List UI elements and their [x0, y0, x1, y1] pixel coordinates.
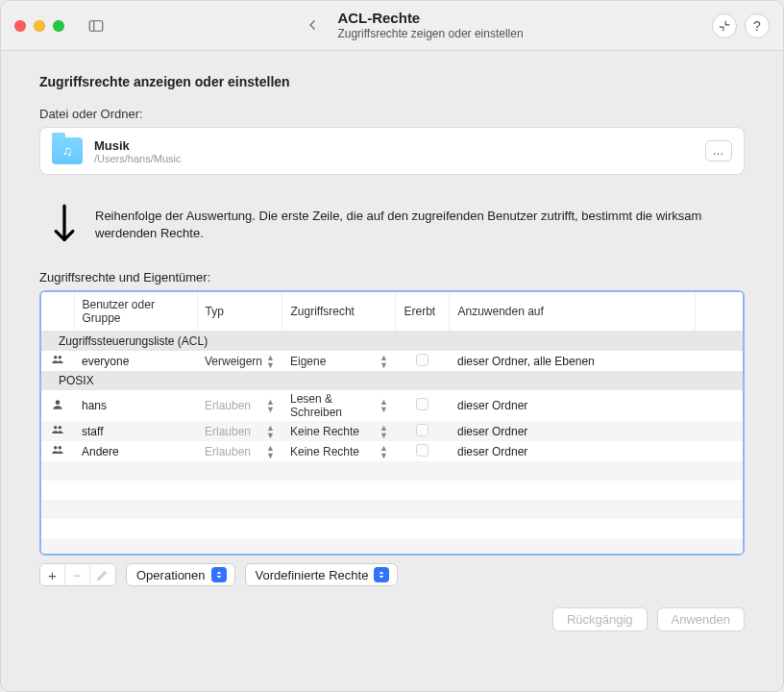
col-icon[interactable] — [41, 292, 74, 332]
chevron-updown-icon — [211, 567, 227, 582]
permissions-section-label: Zugriffsrechte und Eigentümer: — [39, 270, 745, 284]
collapse-button[interactable] — [712, 13, 737, 38]
cell-user: everyone — [74, 351, 197, 371]
folder-music-icon: ♫ — [52, 137, 83, 164]
file-name: Musik — [94, 138, 181, 153]
cell-apply: dieser Ordner — [450, 421, 695, 441]
group-icon — [49, 423, 66, 436]
empty-row — [41, 500, 743, 519]
info-text: Reihenfolge der Auswertung. Die erste Ze… — [95, 204, 710, 242]
cell-recht-select[interactable]: Keine Rechte▲▼ — [290, 424, 388, 439]
controls-row: + − Operationen Vordefinierte Rechte — [39, 563, 745, 586]
file-info: Musik /Users/hans/Music — [94, 138, 181, 164]
empty-row — [41, 519, 743, 538]
file-path: /Users/hans/Music — [94, 153, 181, 164]
add-row-button[interactable]: + — [40, 564, 65, 585]
col-recht[interactable]: Zugriffsrecht — [282, 292, 396, 332]
remove-row-button[interactable]: − — [65, 564, 90, 585]
col-user[interactable]: Benutzer oder Gruppe — [74, 292, 197, 332]
inherited-checkbox[interactable] — [416, 444, 429, 457]
table-row[interactable]: everyone Verweigern▲▼ Eigene▲▼ dieser Or… — [41, 351, 743, 371]
minimize-window-button[interactable] — [34, 20, 45, 32]
cell-apply: dieser Ordner — [450, 390, 695, 421]
col-spacer — [695, 292, 743, 332]
cell-user: staff — [74, 421, 197, 441]
svg-point-8 — [54, 446, 58, 450]
chevron-updown-icon — [374, 567, 389, 582]
close-window-button[interactable] — [14, 20, 26, 32]
svg-point-6 — [54, 426, 58, 430]
svg-point-9 — [59, 446, 62, 450]
cell-apply: dieser Ordner — [450, 441, 695, 461]
table-edit-segment: + − — [39, 563, 116, 586]
svg-point-7 — [59, 426, 62, 430]
svg-point-4 — [59, 356, 62, 359]
group-icon — [49, 443, 66, 457]
sidebar-toggle-button[interactable] — [82, 13, 110, 38]
empty-row — [41, 481, 743, 500]
file-field-label: Datei oder Ordner: — [39, 107, 745, 121]
operations-label: Operationen — [136, 568, 206, 582]
window-controls — [14, 20, 64, 32]
footer-buttons: Rückgängig Anwenden — [39, 607, 745, 631]
file-well[interactable]: ♫ Musik /Users/hans/Music … — [39, 127, 745, 175]
info-row: Reihenfolge der Auswertung. Die erste Ze… — [51, 204, 745, 249]
cell-recht-select[interactable]: Keine Rechte▲▼ — [290, 444, 388, 459]
svg-rect-0 — [89, 20, 103, 31]
col-typ[interactable]: Typ — [197, 292, 282, 332]
group-posix: POSIX — [41, 371, 743, 390]
table-row[interactable]: staff Erlauben▲▼ Keine Rechte▲▼ dieser O… — [41, 421, 743, 441]
content-area: Zugriffsrechte anzeigen oder einstellen … — [1, 51, 783, 649]
undo-button[interactable]: Rückgängig — [552, 607, 648, 631]
svg-point-3 — [54, 356, 58, 359]
cell-user: Andere — [74, 441, 197, 461]
zoom-window-button[interactable] — [53, 20, 64, 32]
group-icon — [49, 353, 66, 366]
group-acl: Zugriffssteuerungsliste (ACL) — [41, 332, 743, 352]
preset-label: Vordefinierte Rechte — [256, 568, 369, 582]
person-icon — [49, 398, 66, 411]
operations-menu[interactable]: Operationen — [126, 563, 235, 586]
arrow-down-icon — [51, 204, 78, 249]
table-row[interactable]: Andere Erlauben▲▼ Keine Rechte▲▼ dieser … — [41, 441, 743, 461]
col-apply[interactable]: Anzuwenden auf — [450, 292, 695, 332]
back-button[interactable] — [299, 12, 328, 37]
cell-typ-select[interactable]: Erlauben▲▼ — [205, 424, 275, 439]
permissions-table[interactable]: Benutzer oder Gruppe Typ Zugriffsrecht E… — [39, 290, 745, 556]
inherited-checkbox[interactable] — [416, 398, 429, 410]
window-subtitle: Zugriffsrechte zeigen oder einstellen — [337, 27, 523, 40]
cell-user: hans — [74, 390, 197, 421]
file-picker-button[interactable]: … — [705, 140, 732, 161]
inherited-checkbox[interactable] — [416, 424, 429, 436]
table-header-row: Benutzer oder Gruppe Typ Zugriffsrecht E… — [41, 292, 743, 332]
cell-typ-select[interactable]: Erlauben▲▼ — [205, 398, 275, 413]
empty-row — [41, 538, 743, 556]
col-ererbt[interactable]: Ererbt — [396, 292, 450, 332]
inherited-checkbox[interactable] — [416, 354, 429, 366]
cell-recht-select[interactable]: Eigene▲▼ — [290, 354, 388, 369]
help-button[interactable]: ? — [745, 13, 770, 38]
pencil-button[interactable] — [90, 564, 115, 585]
window-title: ACL-Rechte — [337, 10, 523, 27]
empty-row — [41, 461, 743, 481]
apply-button[interactable]: Anwenden — [657, 607, 745, 631]
cell-apply: dieser Ordner, alle Ebenen — [450, 351, 695, 371]
cell-recht-select[interactable]: Lesen & Schreiben▲▼ — [290, 392, 388, 419]
page-heading: Zugriffsrechte anzeigen oder einstellen — [39, 74, 745, 89]
title-block: ACL-Rechte Zugriffsrechte zeigen oder ei… — [299, 10, 523, 40]
titlebar: ACL-Rechte Zugriffsrechte zeigen oder ei… — [1, 1, 783, 51]
cell-typ-select[interactable]: Erlauben▲▼ — [205, 444, 275, 459]
cell-typ-select[interactable]: Verweigern▲▼ — [205, 354, 275, 369]
table-row[interactable]: hans Erlauben▲▼ Lesen & Schreiben▲▼ dies… — [41, 390, 743, 421]
preset-rights-menu[interactable]: Vordefinierte Rechte — [245, 563, 399, 586]
svg-point-5 — [56, 400, 61, 405]
